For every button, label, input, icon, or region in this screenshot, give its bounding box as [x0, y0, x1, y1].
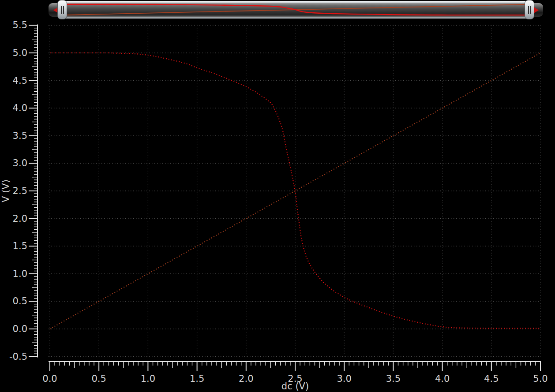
x-tick-label: 1.0	[141, 373, 155, 384]
y-tick-label: -0.5	[9, 351, 27, 362]
x-tick-label: 5.0	[533, 373, 548, 384]
scrollbar-track-inner	[61, 3, 530, 17]
y-tick-label: 1.5	[13, 241, 27, 251]
y-tick-label: 5.0	[13, 48, 27, 58]
plot-canvas[interactable]: -0.50.00.51.01.52.02.53.03.54.04.55.05.5…	[0, 0, 555, 392]
y-tick-label: 3.5	[13, 131, 27, 141]
y-axis-ruler	[29, 24, 38, 357]
x-tick-label: 3.0	[337, 373, 351, 384]
zoom-handle-left[interactable]	[57, 0, 67, 19]
x-tick-label: 4.0	[435, 373, 450, 384]
y-tick-label: 0.5	[13, 296, 27, 306]
y-tick-label: 1.0	[13, 269, 27, 279]
x-tick-label: 4.5	[484, 373, 499, 384]
miniature-traces-preview	[61, 3, 530, 17]
grip-bars-icon	[63, 6, 64, 14]
x-tick-label: 0.0	[42, 373, 57, 384]
x-axis-ruler	[49, 362, 541, 371]
pan-zoom-scrollbar[interactable]	[49, 1, 543, 19]
waveform-viewer: -0.50.00.51.01.52.02.53.03.54.04.55.05.5…	[0, 0, 555, 392]
y-tick-label: 2.0	[13, 213, 27, 224]
x-tick-label: 1.5	[190, 373, 204, 384]
y-tick-label: 4.0	[13, 103, 27, 113]
x-axis-title: dc (V)	[281, 381, 309, 392]
x-tick-label: 0.5	[91, 373, 106, 384]
y-tick-label: 5.5	[13, 20, 27, 30]
arrow-right-icon	[534, 7, 539, 13]
y-axis-title: V (V)	[0, 179, 11, 202]
grip-bars-icon	[61, 6, 62, 14]
scrollbar-track[interactable]	[60, 1, 532, 19]
y-tick-label: 4.5	[13, 75, 27, 86]
y-tick-label: 0.0	[13, 324, 27, 334]
grip-bars-icon	[530, 6, 531, 14]
x-tick-label: 2.0	[239, 373, 253, 384]
y-tick-label: 3.0	[13, 158, 27, 168]
x-tick-label: 3.5	[386, 373, 401, 384]
y-tick-label: 2.5	[13, 186, 27, 196]
grip-bars-icon	[528, 6, 529, 14]
zoom-handle-right[interactable]	[525, 0, 534, 19]
